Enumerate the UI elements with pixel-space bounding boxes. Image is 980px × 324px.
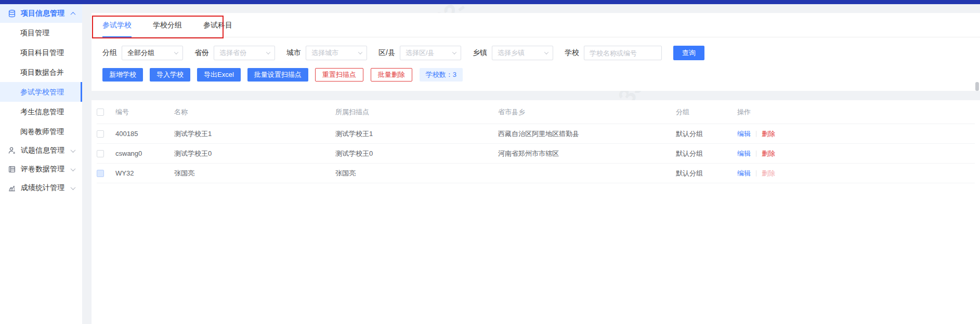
column-header: 分组 — [676, 107, 737, 117]
cell-name: 张国亮 — [174, 169, 335, 178]
cell-group: 默认分组 — [676, 149, 737, 158]
danger-action-button[interactable]: 重置扫描点 — [315, 68, 363, 82]
form-icon — [8, 165, 16, 173]
delete-link[interactable]: 删除 — [762, 150, 775, 157]
user-icon — [8, 146, 16, 155]
filter-select[interactable]: 选择城市 — [306, 46, 367, 60]
sidebar-item[interactable]: 考生信息管理 — [0, 102, 82, 122]
sidebar-group-score-stats[interactable]: 成绩统计管理 — [0, 179, 82, 197]
primary-action-button[interactable]: 批量设置扫描点 — [247, 68, 308, 82]
filter-label: 城市 — [286, 48, 301, 58]
primary-action-button[interactable]: 新增学校 — [102, 68, 143, 82]
cell-group: 默认分组 — [676, 169, 737, 178]
sidebar: 项目信息管理 项目管理 项目科目管理 项目数据合并 参试学校管理 考生信息管理 … — [0, 4, 82, 324]
column-header: 所属扫描点 — [335, 107, 498, 117]
row-checkbox[interactable] — [97, 130, 104, 138]
edit-link[interactable]: 编辑 — [737, 130, 751, 138]
cell-scan-point: 测试学校王1 — [335, 129, 498, 139]
action-divider — [756, 170, 756, 177]
filter-group: 城市 选择城市 — [286, 46, 367, 60]
school-search-input[interactable] — [584, 46, 662, 60]
row-checkbox[interactable] — [97, 170, 104, 177]
sidebar-group-label: 试题信息管理 — [21, 146, 71, 155]
sidebar-item[interactable]: 阅卷教师管理 — [0, 122, 82, 141]
cell-region: 河南省郑州市市辖区 — [498, 149, 676, 158]
filter-select[interactable]: 全部分组 — [122, 46, 183, 60]
sidebar-item-label: 项目管理 — [20, 29, 49, 37]
sidebar-item[interactable]: 参试学校管理 — [0, 82, 82, 102]
cell-id: WY32 — [115, 169, 174, 177]
tab[interactable]: 学校分组 — [153, 13, 182, 37]
chevron-down-icon — [266, 50, 270, 54]
cell-actions: 编辑删除 — [737, 149, 975, 158]
filter-select[interactable]: 选择省份 — [214, 46, 275, 60]
select-value: 选择乡镇 — [498, 48, 525, 58]
top-accent-bar — [0, 0, 980, 4]
tab[interactable]: 参试科目 — [203, 13, 232, 37]
tab[interactable]: 参试学校 — [102, 13, 132, 37]
cell-name: 测试学校王0 — [174, 149, 335, 158]
column-header: 名称 — [174, 107, 335, 117]
column-header: 省市县乡 — [498, 107, 676, 117]
chevron-down-icon — [544, 50, 548, 54]
cell-name: 测试学校王1 — [174, 129, 335, 139]
sidebar-item-label: 项目科目管理 — [20, 48, 64, 57]
cell-scan-point: 测试学校王0 — [335, 149, 498, 158]
cell-actions: 编辑删除 — [737, 129, 975, 139]
cell-scan-point: 张国亮 — [335, 169, 498, 178]
row-checkbox[interactable] — [97, 150, 104, 157]
table-card: 编号名称所属扫描点省市县乡分组操作 400185 测试学校王1 测试学校王1 西… — [92, 100, 980, 324]
sidebar-group-label: 项目信息管理 — [21, 9, 71, 18]
sidebar-item[interactable]: 项目管理 — [0, 23, 82, 43]
filter-label: 乡镇 — [473, 48, 487, 58]
chevron-down-icon — [71, 185, 76, 190]
database-icon — [8, 9, 16, 18]
sidebar-group-project-info[interactable]: 项目信息管理 — [0, 4, 82, 23]
sidebar-group-question-info[interactable]: 试题信息管理 — [0, 141, 82, 160]
sidebar-group-marking-data[interactable]: 评卷数据管理 — [0, 160, 82, 179]
search-button[interactable]: 查询 — [673, 46, 704, 60]
table-header-row: 编号名称所属扫描点省市县乡分组操作 — [97, 100, 975, 124]
filter-select[interactable]: 选择乡镇 — [492, 46, 553, 60]
filter-group: 区/县 选择区/县 — [378, 46, 461, 60]
sidebar-item[interactable]: 项目科目管理 — [0, 43, 82, 62]
primary-action-button[interactable]: 导出Excel — [197, 68, 241, 82]
primary-action-button[interactable]: 导入学校 — [150, 68, 190, 82]
school-count-badge: 学校数：3 — [420, 68, 463, 82]
table-row: 400185 测试学校王1 测试学校王1 西藏自治区阿里地区措勤县 默认分组 编… — [97, 124, 975, 144]
sidebar-item[interactable]: 项目数据合并 — [0, 62, 82, 82]
scrollbar-thumb[interactable] — [975, 82, 979, 91]
cell-actions: 编辑删除 — [737, 169, 975, 178]
filter-label: 区/县 — [378, 48, 395, 58]
sidebar-item-label: 项目数据合并 — [20, 68, 64, 76]
column-header: 编号 — [115, 107, 174, 117]
main-content: 192-133公司192-133公司133192- 参试学校学校分组参试科目 分… — [82, 4, 980, 324]
edit-link[interactable]: 编辑 — [737, 150, 751, 157]
danger-action-button[interactable]: 批量删除 — [371, 68, 412, 82]
table-row: cswang0 测试学校王0 测试学校王0 河南省郑州市市辖区 默认分组 编辑删… — [97, 144, 975, 164]
chevron-down-icon — [71, 147, 76, 153]
sidebar-item-label: 考生信息管理 — [20, 107, 64, 116]
filter-group: 省份 选择省份 — [194, 46, 275, 60]
action-divider — [756, 131, 756, 137]
delete-link[interactable]: 删除 — [762, 169, 775, 177]
sidebar-item-label: 阅卷教师管理 — [20, 127, 64, 136]
action-bar: 新增学校导入学校导出Excel批量设置扫描点重置扫描点批量删除学校数：3 — [92, 60, 980, 91]
filter-label: 省份 — [194, 48, 209, 58]
edit-link[interactable]: 编辑 — [737, 169, 751, 177]
filter-group: 分组 全部分组 — [102, 46, 183, 60]
chevron-down-icon — [71, 166, 76, 171]
filter-select[interactable]: 选择区/县 — [400, 46, 461, 60]
filter-group: 学校 — [565, 46, 662, 60]
column-header: 操作 — [737, 107, 975, 117]
select-value: 选择区/县 — [406, 48, 435, 58]
select-all-checkbox[interactable] — [97, 109, 104, 116]
action-divider — [756, 151, 756, 157]
chevron-down-icon — [452, 50, 456, 54]
filter-label: 学校 — [565, 48, 579, 58]
delete-link[interactable]: 删除 — [762, 130, 775, 138]
table-row: WY32 张国亮 张国亮 默认分组 编辑删除 — [97, 164, 975, 183]
select-value: 选择城市 — [311, 48, 338, 58]
chart-icon — [8, 184, 16, 192]
sidebar-group-label: 成绩统计管理 — [21, 183, 71, 193]
